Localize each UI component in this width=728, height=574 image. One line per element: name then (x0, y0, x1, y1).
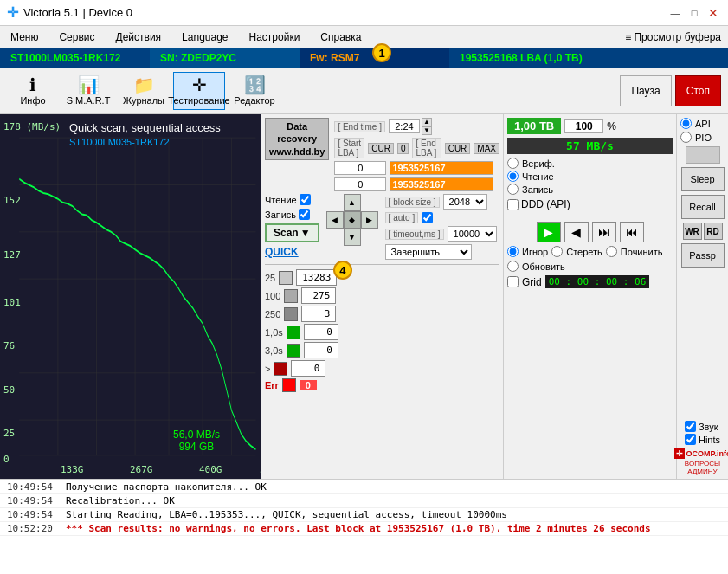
end-lba-label: [ End LBA ] (412, 138, 441, 158)
y-label-178: 178 (MB/s) (3, 121, 61, 132)
buffer-button[interactable]: ≡ Просмотр буфера (625, 31, 721, 43)
end-time-up[interactable]: ▲ (422, 118, 432, 126)
scan-button[interactable]: Scan ▼ (265, 223, 319, 242)
minimize-button[interactable]: — (667, 5, 683, 21)
menu-menu[interactable]: Меню (7, 29, 42, 45)
menu-actions[interactable]: Действия (113, 29, 165, 45)
write-radio[interactable] (507, 184, 519, 195)
menu-help[interactable]: Справка (317, 29, 364, 45)
sleep-button[interactable]: Sleep (681, 167, 725, 191)
block-size-select[interactable]: 2048 512 4096 (443, 194, 487, 210)
sg-label: > (265, 364, 270, 374)
smart-button[interactable]: 📊 S.M.A.R.T (62, 72, 114, 110)
s1s-label: 1,0s (265, 327, 283, 338)
menu-language[interactable]: Language (178, 29, 231, 45)
ocomp-sub[interactable]: ВОПРОСЫ АДМИНУ (674, 460, 728, 475)
maximize-button[interactable]: □ (686, 5, 702, 21)
log-time-0: 10:49:54 (7, 481, 59, 493)
back-button[interactable]: ◀ (564, 222, 589, 242)
start-lba-cur-input[interactable] (334, 177, 386, 191)
finish-select[interactable]: Завершить (385, 244, 472, 260)
end-time-input[interactable] (389, 119, 420, 133)
skip-end-button[interactable]: ⏭ (592, 222, 616, 242)
api-radio[interactable] (680, 118, 692, 129)
skip-start-button[interactable]: ⏮ (620, 222, 644, 242)
update-radio[interactable] (507, 261, 519, 272)
steret-radio[interactable] (551, 246, 563, 257)
test-label: Тестирование (168, 95, 229, 106)
read-radio[interactable] (507, 171, 519, 182)
window-controls: — □ ✕ (667, 5, 721, 21)
info-button[interactable]: ℹ Инфо (7, 72, 59, 110)
s25-colorbox (279, 271, 293, 285)
s25-label: 25 (265, 273, 275, 283)
log-time-1: 10:49:54 (7, 495, 59, 506)
pio-radio[interactable] (680, 132, 692, 143)
percent-input[interactable] (564, 119, 603, 133)
wr-button[interactable]: WR (683, 223, 702, 240)
menu-service[interactable]: Сервис (55, 29, 98, 45)
log-msg-2: Starting Reading, LBA=0..195353..., QUIC… (66, 509, 507, 520)
auto-checkbox[interactable] (422, 212, 433, 223)
max-badge-end: MAX (474, 143, 499, 154)
reading-label: Чтение (265, 195, 297, 205)
play-button[interactable]: ▶ (537, 222, 561, 242)
grid-checkbox[interactable] (507, 276, 519, 287)
start-lba-input[interactable] (334, 161, 386, 175)
s1s-colorbox (287, 326, 300, 339)
graph-speed: 56,0 MB/s 994 GB (173, 429, 220, 453)
log-msg-1: Recalibration... OK (66, 495, 175, 506)
reading-checkbox[interactable] (300, 194, 311, 205)
wr-rd-buttons: WR RD (683, 223, 723, 240)
cur-badge-start: CUR (368, 143, 394, 154)
recall-button[interactable]: Recall (681, 195, 725, 219)
end-lba-cur-input[interactable] (390, 177, 493, 191)
sg-value: 0 (291, 360, 325, 377)
log-entry-1: 10:49:54 Recalibration... OK (0, 494, 728, 508)
log-entry-2: 10:49:54 Starting Reading, LBA=0..195353… (0, 508, 728, 522)
test-button[interactable]: ✛ Тестирование (173, 72, 225, 110)
end-time-down[interactable]: ▼ (422, 126, 432, 135)
rd-button[interactable]: RD (704, 223, 723, 240)
end-lba-input[interactable] (390, 161, 493, 175)
repair-radio[interactable] (606, 246, 617, 257)
verif-label: Вериф. (522, 158, 555, 169)
ocomp-label[interactable]: OCOMP.info (686, 449, 728, 458)
y-label-25: 25 (3, 428, 15, 439)
middle-panel: Data recovery www.hdd.by [ End time ] ▲ … (261, 114, 503, 479)
verif-radio[interactable] (507, 158, 519, 169)
close-button[interactable]: ✕ (705, 5, 721, 21)
drive-info-panel: 1,00 TB % 57 MB/s Вериф. Чтение Запись (503, 114, 676, 479)
quick-label[interactable]: QUICK (265, 246, 319, 258)
logs-button[interactable]: 📁 Журналы (118, 72, 170, 110)
x-label-267g: 267G (130, 464, 153, 475)
pause-button[interactable]: Пауза (620, 75, 671, 106)
nav-right[interactable]: ▶ (361, 211, 378, 229)
editor-icon: 🔢 (244, 76, 266, 94)
nav-left[interactable]: ◀ (326, 211, 344, 229)
err-label: Err (265, 380, 279, 390)
sound-checkbox[interactable] (685, 421, 696, 432)
nav-center[interactable]: ◆ (344, 211, 361, 229)
logs-label: Журналы (123, 95, 164, 106)
ignor-radio[interactable] (507, 246, 519, 257)
stop-button[interactable]: Стоп (675, 75, 721, 106)
passp-button[interactable]: Passp (681, 243, 725, 268)
nav-down[interactable]: ▼ (344, 229, 361, 246)
mode-radio-group: Вериф. Чтение Запись (507, 158, 673, 195)
info-icon: ℹ (29, 76, 36, 94)
log-msg-3: *** Scan results: no warnings, no errors… (66, 523, 651, 534)
nav-up[interactable]: ▲ (344, 194, 361, 211)
end-time-spinner[interactable]: ▲ ▼ (389, 118, 432, 135)
menu-settings[interactable]: Настройки (246, 29, 304, 45)
info-label: Инфо (20, 95, 45, 106)
timeout-select[interactable]: 10000 5000 (448, 226, 497, 242)
pio-label: PIO (695, 132, 712, 143)
timeout-label: [ timeout,ms ] (385, 229, 444, 240)
writing-checkbox[interactable] (299, 209, 310, 220)
editor-button[interactable]: 🔢 Редактор (229, 72, 280, 110)
device-model: ST1000LM035-1RK172 (0, 48, 150, 68)
hints-checkbox[interactable] (685, 434, 696, 445)
ddd-checkbox[interactable] (507, 199, 519, 210)
graph-title: Quick scan, sequential access (69, 121, 221, 134)
